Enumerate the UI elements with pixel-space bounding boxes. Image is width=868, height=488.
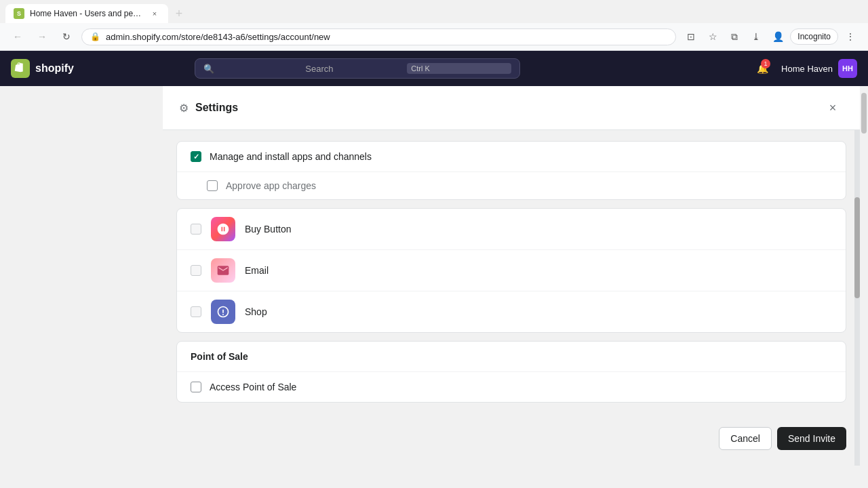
search-shortcut: Ctrl K (407, 63, 511, 74)
shop-icon (211, 300, 235, 324)
approve-charges-label: Approve app charges (226, 180, 316, 191)
buy-button-row: Buy Button (177, 209, 846, 250)
email-icon (211, 258, 235, 283)
url-text: admin.shopify.com/store/de8143-a6/settin… (106, 32, 667, 42)
manage-apps-label: Manage and install apps and channels (210, 151, 372, 162)
reload-button[interactable]: ↻ (57, 27, 76, 46)
close-tab-button[interactable]: × (149, 8, 160, 19)
lock-icon: 🔒 (90, 32, 100, 41)
store-avatar: HH (838, 59, 857, 78)
browser-tab[interactable]: S Home Haven - Users and permi × (5, 4, 168, 23)
address-bar[interactable]: 🔒 admin.shopify.com/store/de8143-a6/sett… (81, 28, 676, 45)
buy-button-checkbox[interactable] (191, 224, 201, 235)
profile-icon[interactable]: 👤 (768, 27, 787, 46)
email-checkbox[interactable] (191, 265, 201, 276)
browser-chrome: S Home Haven - Users and permi × + ← → ↻… (0, 0, 868, 51)
pos-section-title: Point of Sale (177, 342, 846, 372)
pos-access-checkbox[interactable] (191, 382, 201, 392)
pos-card: Point of Sale Access Point of Sale (176, 341, 846, 403)
buy-button-label: Buy Button (245, 224, 292, 235)
shop-checkbox[interactable] (191, 306, 201, 317)
send-invite-button[interactable]: Send Invite (777, 427, 846, 450)
cast-icon[interactable]: ⊡ (682, 27, 701, 46)
shopify-search[interactable]: 🔍 Search Ctrl K (195, 58, 520, 79)
search-placeholder: Search (305, 64, 401, 74)
extensions-icon[interactable]: ⧉ (725, 27, 744, 46)
scrollbar-track[interactable] (854, 130, 860, 466)
bookmark-icon[interactable]: ☆ (703, 27, 722, 46)
shopify-logo[interactable]: shopify (11, 59, 74, 78)
approve-charges-checkbox[interactable] (207, 180, 218, 191)
pos-access-label: Access Point of Sale (210, 382, 296, 392)
tab-favicon: S (14, 8, 24, 19)
download-icon[interactable]: ⤓ (747, 27, 766, 46)
browser-toolbar: ← → ↻ 🔒 admin.shopify.com/store/de8143-a… (0, 23, 868, 51)
center-panel: ⚙ Settings × Manage and install apps and… (163, 86, 860, 466)
email-row: Email (177, 250, 846, 291)
shopify-logo-text: shopify (35, 62, 74, 75)
search-icon: 🔍 (203, 64, 300, 74)
shopify-navbar: shopify 🔍 Search Ctrl K 🔔 1 Home Haven H… (0, 51, 868, 86)
navbar-right: 🔔 1 Home Haven HH (751, 58, 857, 79)
toolbar-actions: ⊡ ☆ ⧉ ⤓ 👤 Incognito ⋮ (682, 27, 860, 46)
right-scrollbar[interactable] (860, 86, 868, 466)
buy-button-icon (211, 217, 235, 241)
left-sidebar (0, 86, 163, 466)
shopify-logo-icon (11, 59, 30, 78)
email-label: Email (245, 265, 269, 276)
page-layout: ⚙ Settings × Manage and install apps and… (0, 86, 868, 466)
channels-card: Buy Button Email (176, 208, 846, 333)
store-button[interactable]: Home Haven HH (781, 59, 857, 78)
notification-badge: 1 (761, 59, 770, 68)
cancel-button[interactable]: Cancel (719, 427, 772, 450)
modal-title: Settings (195, 102, 815, 114)
store-name: Home Haven (781, 64, 833, 74)
manage-apps-checkbox[interactable] (191, 151, 201, 162)
browser-titlebar: S Home Haven - Users and permi × + (0, 0, 868, 23)
shop-label: Shop (245, 306, 267, 317)
modal-close-button[interactable]: × (822, 97, 844, 119)
settings-gear-icon: ⚙ (179, 102, 189, 115)
forward-button[interactable]: → (33, 27, 52, 46)
incognito-label: Incognito (797, 32, 831, 41)
back-button[interactable]: ← (8, 27, 27, 46)
apps-permission-card: Manage and install apps and channels App… (176, 141, 846, 200)
notification-button[interactable]: 🔔 1 (751, 58, 773, 79)
modal-body: Manage and install apps and channels App… (163, 130, 860, 466)
approve-charges-row: Approve app charges (177, 172, 846, 199)
modal-content-inner: Manage and install apps and channels App… (163, 130, 860, 422)
menu-icon[interactable]: ⋮ (841, 27, 860, 46)
modal-header: ⚙ Settings × (163, 86, 860, 130)
pos-access-row: Access Point of Sale (177, 372, 846, 402)
scrollbar-thumb[interactable] (854, 197, 860, 298)
tab-title: Home Haven - Users and permi (30, 9, 144, 18)
right-scrollbar-thumb[interactable] (861, 93, 867, 134)
shop-row: Shop (177, 291, 846, 332)
new-tab-button[interactable]: + (171, 5, 187, 22)
manage-apps-row: Manage and install apps and channels (177, 142, 846, 172)
action-buttons: Cancel Send Invite (163, 422, 860, 461)
incognito-button[interactable]: Incognito (790, 28, 838, 45)
